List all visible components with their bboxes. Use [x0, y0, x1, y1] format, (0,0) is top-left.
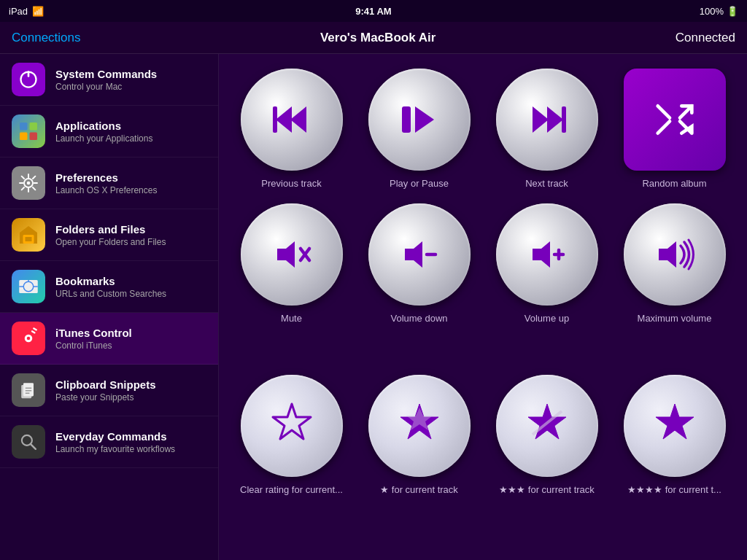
play-pause-item[interactable]: Play or Pause	[361, 69, 477, 189]
next-track-label: Next track	[525, 178, 568, 189]
connections-button[interactable]: Connections	[12, 31, 81, 45]
mute-item[interactable]: Mute	[233, 203, 349, 324]
one-star-label: ★ for current track	[380, 484, 458, 495]
sidebar-item-clipboard-snippets[interactable]: Clipboard Snippets Paste your Snippets	[0, 365, 218, 416]
sidebar-item-system-commands[interactable]: System Commands Control your Mac	[0, 54, 218, 106]
random-album-item[interactable]: Random album	[616, 69, 732, 189]
status-time: 9:41 AM	[355, 6, 391, 17]
svg-marker-45	[273, 404, 311, 439]
svg-rect-2	[20, 122, 28, 131]
sidebar-sub-preferences: Launch OS X Preferences	[55, 185, 157, 195]
battery-icon: 🔋	[727, 6, 738, 17]
svg-marker-32	[415, 106, 434, 133]
status-right: 100% 🔋	[700, 6, 738, 17]
one-star-item[interactable]: ★ for current track	[361, 375, 477, 495]
mute-button[interactable]	[241, 203, 343, 306]
volume-down-label: Volume down	[390, 313, 447, 324]
sidebar-text-folders-files: Folders and Files Open your Folders and …	[55, 223, 166, 247]
sidebar-title-preferences: Preferences	[55, 171, 157, 184]
connection-status: Connected	[676, 31, 735, 45]
status-left: iPad 📶	[9, 6, 44, 17]
volume-up-button[interactable]	[496, 203, 598, 306]
system-commands-icon	[12, 63, 45, 96]
sidebar: System Commands Control your Mac Applica…	[0, 54, 219, 560]
svg-rect-35	[562, 106, 566, 133]
sidebar-title-system-commands: System Commands	[55, 68, 157, 80]
sidebar-text-applications: Applications Launch your Applications	[55, 120, 152, 144]
device-label: iPad	[9, 6, 28, 17]
sidebar-item-everyday-commands[interactable]: Everyday Commands Launch my favourite wo…	[0, 416, 218, 468]
max-volume-button[interactable]	[624, 203, 726, 306]
svg-marker-39	[405, 241, 422, 268]
prev-track-item[interactable]: Previous track	[233, 69, 349, 189]
three-star-label: ★★★ for current track	[499, 484, 595, 495]
sidebar-item-folders-files[interactable]: Folders and Files Open your Folders and …	[0, 209, 218, 261]
svg-rect-30	[273, 106, 277, 133]
sidebar-item-itunes-control[interactable]: iTunes Control Control iTunes	[0, 313, 218, 365]
svg-rect-22	[23, 383, 34, 396]
sidebar-item-preferences[interactable]: Preferences Launch OS X Preferences	[0, 158, 218, 209]
svg-rect-10	[26, 237, 32, 241]
sidebar-title-bookmarks: Bookmarks	[55, 275, 166, 287]
clear-rating-button[interactable]	[241, 375, 343, 477]
sidebar-title-everyday: Everyday Commands	[55, 430, 175, 443]
four-star-item[interactable]: ★★★★ for current t...	[616, 375, 732, 495]
device-title: Vero's MacBook Air	[320, 31, 436, 45]
battery-level: 100%	[700, 6, 724, 17]
volume-up-label: Volume up	[525, 313, 569, 324]
sidebar-sub-system-commands: Control your Mac	[55, 82, 157, 92]
random-album-label: Random album	[642, 178, 706, 189]
one-star-button[interactable]	[368, 375, 471, 477]
svg-point-18	[27, 337, 31, 341]
next-track-button[interactable]	[496, 69, 598, 171]
header: Connections Vero's MacBook Air Connected	[0, 22, 747, 54]
svg-point-7	[27, 182, 31, 185]
bookmarks-icon	[12, 270, 45, 303]
sidebar-text-everyday: Everyday Commands Launch my favourite wo…	[55, 430, 175, 454]
content-area: Previous track Play or Pause	[219, 54, 747, 560]
sidebar-text-clipboard: Clipboard Snippets Paste your Snippets	[55, 378, 156, 402]
sidebar-sub-folders-files: Open your Folders and Files	[55, 237, 166, 247]
sidebar-title-applications: Applications	[55, 120, 152, 132]
main-layout: System Commands Control your Mac Applica…	[0, 54, 747, 560]
sidebar-title-clipboard: Clipboard Snippets	[55, 378, 156, 391]
svg-marker-50	[656, 404, 694, 439]
applications-icon	[12, 114, 45, 148]
play-pause-label: Play or Pause	[390, 178, 449, 189]
volume-grid: Mute Volume down	[233, 203, 732, 324]
sidebar-text-itunes: iTunes Control Control iTunes	[55, 327, 132, 351]
volume-down-item[interactable]: Volume down	[361, 203, 477, 324]
play-pause-button[interactable]	[368, 69, 471, 171]
next-track-item[interactable]: Next track	[489, 69, 605, 189]
volume-down-button[interactable]	[368, 203, 471, 306]
three-star-button[interactable]	[496, 375, 598, 477]
sidebar-sub-itunes: Control iTunes	[55, 341, 132, 351]
clear-rating-item[interactable]: Clear rating for current...	[233, 375, 349, 495]
svg-marker-29	[290, 106, 306, 133]
max-volume-label: Maximum volume	[638, 313, 712, 324]
four-star-button[interactable]	[624, 375, 726, 477]
svg-marker-33	[533, 106, 549, 133]
svg-line-27	[31, 444, 36, 449]
everyday-icon	[12, 425, 45, 459]
sidebar-item-bookmarks[interactable]: Bookmarks URLs and Custom Searches	[0, 261, 218, 313]
volume-up-item[interactable]: Volume up	[489, 203, 605, 324]
four-star-label: ★★★★ for current t...	[627, 484, 721, 495]
folders-files-icon	[12, 218, 45, 252]
sidebar-title-itunes: iTunes Control	[55, 327, 132, 339]
svg-marker-44	[659, 241, 676, 268]
prev-track-label: Previous track	[261, 178, 321, 189]
clear-rating-label: Clear rating for current...	[240, 484, 343, 495]
random-album-button[interactable]	[624, 69, 726, 171]
svg-marker-34	[547, 106, 563, 133]
svg-marker-41	[533, 241, 550, 268]
status-bar: iPad 📶 9:41 AM 100% 🔋	[0, 0, 747, 22]
max-volume-item[interactable]: Maximum volume	[616, 203, 732, 324]
prev-track-button[interactable]	[241, 69, 343, 171]
three-star-item[interactable]: ★★★ for current track	[489, 375, 605, 495]
wifi-icon: 📶	[32, 6, 44, 17]
sidebar-sub-everyday: Launch my favourite workflows	[55, 444, 175, 454]
sidebar-item-applications[interactable]: Applications Launch your Applications	[0, 106, 218, 158]
sidebar-text-bookmarks: Bookmarks URLs and Custom Searches	[55, 275, 166, 299]
playback-grid: Previous track Play or Pause	[233, 69, 732, 189]
